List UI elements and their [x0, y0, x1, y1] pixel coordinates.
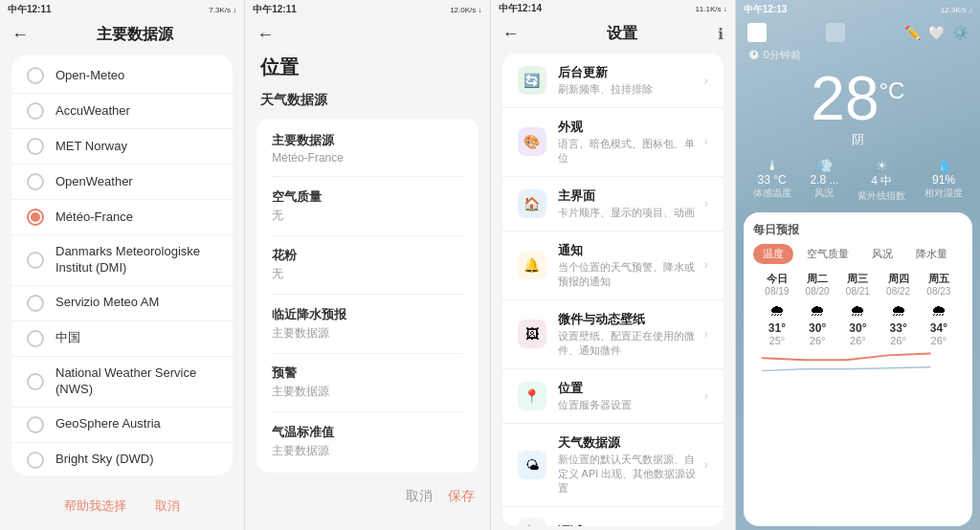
radio-label-met-norway: MET Norway — [56, 139, 127, 155]
forecast-day-2: 周三 08/21 🌧 30° 26° — [837, 272, 878, 346]
day-icon-4: 🌧 — [931, 302, 947, 320]
weather-header: ✏️ 🤍 ⚙️ — [736, 19, 980, 46]
day-date-2: 08/21 — [846, 286, 870, 297]
radio-item-bright-sky[interactable]: Bright Sky (DWD) — [11, 443, 233, 475]
info-icon[interactable]: ℹ — [718, 25, 724, 43]
day-date-3: 08/22 — [886, 286, 910, 297]
chevron-icon-3: › — [704, 258, 708, 272]
settings-item-icon-5: 📍 — [518, 382, 546, 410]
radio-item-nws[interactable]: National Weather Service (NWS) — [11, 357, 233, 408]
chevron-icon-7: › — [704, 525, 708, 526]
back-button-1[interactable]: ← — [11, 25, 29, 45]
radio-item-dmi[interactable]: Danmarks Meteorologiske Institut (DMI) — [11, 235, 233, 286]
day-high-4: 34° — [930, 321, 947, 335]
settings-item-5[interactable]: 📍 位置 位置服务器设置 › — [502, 369, 724, 424]
settings-item-7[interactable]: 🐛 调试 › — [502, 507, 724, 526]
settings-item-icon-0: 🔄 — [518, 66, 546, 95]
save-button-2[interactable]: 保存 — [448, 488, 475, 505]
day-low-3: 26° — [890, 335, 906, 346]
row-label-3: 临近降水预报 — [272, 306, 462, 323]
stat-icon-3: 💧 — [924, 158, 963, 173]
settings-item-1[interactable]: 🎨 外观 语言、暗色模式、图标包、单位 › — [502, 108, 724, 177]
settings-item-title-5: 位置 — [558, 380, 704, 397]
cancel-button-1[interactable]: 取消 — [155, 497, 180, 515]
settings-list: 🔄 后台更新 刷新频率、拉排排除 › 🎨 外观 语言、暗色模式、图标包、单位 ›… — [502, 54, 724, 526]
radio-circle-nws — [27, 373, 44, 390]
radio-item-geosphere[interactable]: GeoSphere Austria — [11, 408, 233, 443]
stat-icon-0: 🌡 — [753, 158, 791, 173]
settings-row-5[interactable]: 气温标准值 主要数据源 — [272, 420, 462, 463]
help-select-button[interactable]: 帮助我选择 — [64, 497, 126, 515]
back-button-3[interactable]: ← — [502, 24, 520, 44]
weather-stat-3: 💧 91% 相对湿度 — [924, 158, 963, 203]
settings-item-2[interactable]: 🏠 主界面 卡片顺序、显示的项目、动画 › — [502, 177, 724, 232]
status-icons-1: 7.3K/s ↓ — [209, 6, 236, 14]
signal-4: 12.3K/s ↓ — [941, 6, 972, 14]
status-bar-1: 中午12:11 7.3K/s ↓ — [0, 0, 244, 19]
radio-item-china[interactable]: 中国 — [11, 321, 233, 357]
day-date-4: 08/23 — [926, 286, 950, 297]
radio-label-dmi: Danmarks Meteorologiske Institut (DMI) — [56, 244, 217, 276]
forecast-tab-2[interactable]: 风况 — [862, 244, 902, 264]
settings-item-title-7: 调试 — [558, 523, 704, 526]
gear-icon[interactable]: ⚙️ — [952, 25, 969, 40]
settings-item-sub-1: 语言、暗色模式、图标包、单位 — [558, 137, 704, 166]
row-value-3: 主要数据源 — [272, 325, 462, 342]
day-low-2: 26° — [850, 335, 866, 346]
settings-row-2[interactable]: 花粉 无 — [272, 243, 462, 286]
chevron-icon-0: › — [704, 74, 708, 87]
settings-item-4[interactable]: 🖼 微件与动态壁纸 设置壁纸、配置正在使用的微件、通知微件 › — [502, 300, 724, 369]
panel3-title: 设置 — [527, 24, 718, 44]
radio-item-servizio[interactable]: Servizio Meteo AM — [11, 286, 233, 321]
settings-item-6[interactable]: 🌤 天气数据源 新位置的默认天气数据源、自定义 API 出现、其他数据源设置 › — [502, 424, 724, 507]
settings-item-title-2: 主界面 — [558, 188, 704, 205]
radio-circle-open-meteo — [27, 67, 44, 84]
settings-item-text-4: 微件与动态壁纸 设置壁纸、配置正在使用的微件、通知微件 — [558, 311, 704, 358]
radio-item-accuweather[interactable]: AccuWeather — [11, 94, 233, 129]
panel2-actions: 取消 保存 — [245, 480, 489, 513]
panel-location: 中午12:11 12.0K/s ↓ ← 位置 天气数据源 主要数据源 Météo… — [245, 0, 490, 530]
settings-row-0[interactable]: 主要数据源 Météo-France — [272, 128, 462, 168]
radio-label-nws: National Weather Service (NWS) — [56, 365, 217, 398]
forecast-tab-0[interactable]: 温度 — [753, 244, 793, 264]
time-1: 中午12:11 — [8, 3, 52, 16]
panel1-footer: 帮助我选择 取消 — [0, 490, 244, 522]
row-label-1: 空气质量 — [272, 188, 462, 206]
settings-row-3[interactable]: 临近降水预报 主要数据源 — [272, 302, 462, 345]
signal-3: 11.1K/s ↓ — [695, 5, 726, 13]
day-low-1: 26° — [810, 335, 826, 346]
radio-label-openweather: OpenWeather — [56, 174, 133, 190]
settings-item-title-1: 外观 — [558, 119, 704, 136]
status-icons-2: 12.0K/s ↓ — [450, 6, 481, 14]
day-low-4: 26° — [931, 335, 947, 346]
heart-icon[interactable]: 🤍 — [928, 25, 945, 40]
forecast-title: 每日预报 — [753, 222, 963, 238]
radio-item-open-meteo[interactable]: Open-Meteo — [11, 58, 233, 94]
settings-item-text-5: 位置 位置服务器设置 — [558, 380, 704, 412]
radio-circle-geosphere — [27, 416, 44, 433]
back-button-2[interactable]: ← — [256, 25, 274, 45]
radio-item-openweather[interactable]: OpenWeather — [11, 165, 233, 200]
edit-icon[interactable]: ✏️ — [904, 25, 921, 40]
settings-item-icon-4: 🖼 — [518, 320, 546, 348]
settings-item-0[interactable]: 🔄 后台更新 刷新频率、拉排排除 › — [502, 54, 724, 108]
panel1-title: 主要数据源 — [36, 25, 233, 45]
day-high-2: 30° — [849, 321, 866, 335]
forecast-chart — [753, 350, 963, 377]
radio-item-meteo-france[interactable]: Météo-France — [11, 200, 233, 235]
weather-action-icons: ✏️ 🤍 ⚙️ — [904, 25, 969, 40]
day-high-3: 33° — [890, 321, 907, 335]
forecast-day-3: 周四 08/22 🌧 33° 26° — [879, 272, 919, 346]
settings-item-icon-7: 🐛 — [518, 518, 546, 526]
radio-item-met-norway[interactable]: MET Norway — [11, 129, 233, 165]
settings-row-1[interactable]: 空气质量 无 — [272, 185, 462, 228]
forecast-tab-3[interactable]: 降水量 — [906, 244, 957, 264]
settings-item-3[interactable]: 🔔 通知 当个位置的天气预警、降水或预报的通知 › — [502, 232, 724, 300]
settings-item-text-2: 主界面 卡片顺序、显示的项目、动画 — [558, 188, 704, 220]
cancel-button-2[interactable]: 取消 — [406, 488, 433, 505]
radio-circle-dmi — [27, 252, 44, 269]
settings-row-4[interactable]: 预警 主要数据源 — [272, 361, 462, 404]
forecast-tab-1[interactable]: 空气质量 — [797, 244, 858, 264]
settings-item-sub-4: 设置壁纸、配置正在使用的微件、通知微件 — [558, 329, 704, 358]
time-2: 中午12:11 — [253, 3, 297, 16]
